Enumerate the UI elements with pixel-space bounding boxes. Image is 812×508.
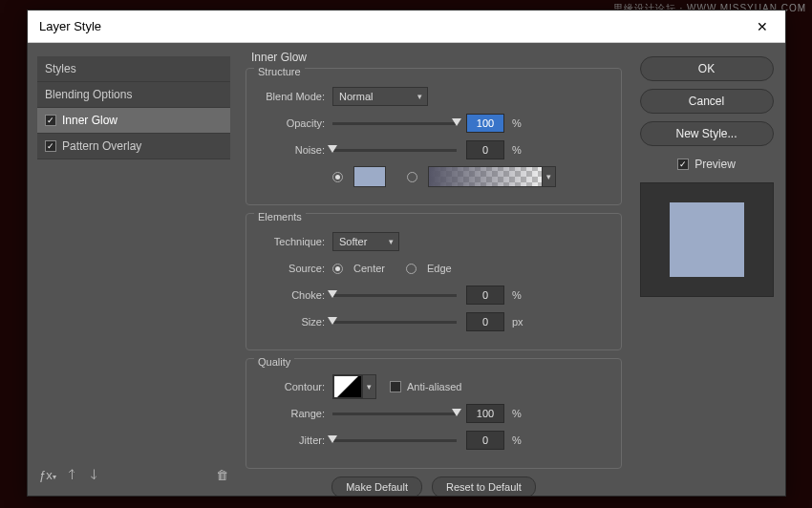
glow-gradient-swatch[interactable] — [428, 166, 543, 187]
sidebar-item-pattern-overlay[interactable]: Pattern Overlay — [37, 134, 230, 159]
sidebar-item-label: Blending Options — [45, 88, 132, 101]
elements-group: Elements Technique: Softer Source: Cente… — [246, 213, 622, 350]
make-default-button[interactable]: Make Default — [331, 476, 422, 496]
range-slider[interactable] — [332, 413, 457, 415]
select-value: Softer — [339, 236, 367, 247]
choke-input[interactable] — [466, 286, 504, 305]
structure-group: Structure Blend Mode: Normal Opacity: — [246, 68, 622, 205]
reset-default-button[interactable]: Reset to Default — [432, 476, 536, 496]
styles-list: Styles Blending Options Inner Glow Patte… — [37, 56, 230, 464]
technique-label: Technique: — [258, 236, 332, 247]
preview-checkbox[interactable] — [677, 159, 689, 170]
noise-slider[interactable] — [332, 149, 457, 152]
sidebar-item-label: Pattern Overlay — [62, 139, 141, 153]
slider-thumb-icon[interactable] — [452, 409, 461, 416]
select-value: Normal — [339, 91, 373, 102]
preview-box — [640, 182, 774, 297]
source-center-radio[interactable] — [332, 264, 343, 274]
trash-icon[interactable]: 🗑 — [216, 468, 228, 482]
jitter-input[interactable] — [466, 431, 504, 450]
size-label: Size: — [258, 316, 332, 328]
new-style-button[interactable]: New Style... — [640, 121, 774, 146]
defaults-row: Make Default Reset to Default — [246, 476, 622, 496]
source-edge-label: Edge — [427, 263, 452, 274]
unit-label: % — [512, 434, 529, 446]
close-icon[interactable]: ✕ — [751, 17, 774, 36]
dialog-body: Styles Blending Options Inner Glow Patte… — [28, 43, 785, 496]
layer-style-dialog: Layer Style ✕ Styles Blending Options In… — [27, 10, 786, 497]
slider-thumb-icon[interactable] — [328, 290, 337, 298]
gradient-radio[interactable] — [407, 172, 417, 182]
opacity-input[interactable] — [466, 114, 504, 133]
glow-color-swatch[interactable] — [353, 166, 386, 187]
chevron-down-icon[interactable]: ▾ — [543, 166, 556, 187]
group-legend: Elements — [254, 211, 306, 222]
preview-toggle-row: Preview — [677, 158, 736, 171]
sidebar-item-label: Inner Glow — [62, 114, 118, 127]
preview-label: Preview — [694, 158, 736, 171]
sidebar-item-blending-options[interactable]: Blending Options — [37, 82, 230, 108]
group-legend: Structure — [254, 66, 305, 77]
antialiased-checkbox[interactable] — [390, 381, 401, 392]
source-center-label: Center — [353, 263, 385, 274]
jitter-slider[interactable] — [332, 439, 457, 442]
opacity-label: Opacity: — [258, 117, 332, 129]
jitter-label: Jitter: — [258, 434, 332, 446]
styles-footer: ƒx▾ 🡑 🡓 🗑 — [37, 464, 230, 486]
unit-label: % — [512, 144, 529, 156]
noise-input[interactable] — [466, 140, 504, 159]
quality-group: Quality Contour: ▾ Anti-aliased Range: — [246, 358, 622, 469]
choke-label: Choke: — [258, 289, 332, 301]
blend-mode-label: Blend Mode: — [258, 91, 332, 102]
checkbox-icon[interactable] — [45, 115, 56, 126]
slider-thumb-icon[interactable] — [328, 145, 337, 153]
checkbox-icon[interactable] — [45, 140, 56, 152]
arrow-down-icon[interactable]: 🡓 — [88, 468, 100, 482]
unit-label: % — [512, 408, 529, 419]
contour-label: Contour: — [258, 381, 332, 392]
slider-thumb-icon[interactable] — [452, 118, 461, 126]
ok-button[interactable]: OK — [640, 56, 774, 81]
preview-inner — [670, 202, 744, 277]
sidebar-item-inner-glow[interactable]: Inner Glow — [37, 108, 230, 134]
cancel-button[interactable]: Cancel — [640, 89, 774, 114]
section-title: Inner Glow — [251, 51, 622, 64]
range-label: Range: — [258, 408, 332, 419]
contour-picker[interactable]: ▾ — [332, 374, 376, 399]
options-panel: Inner Glow Structure Blend Mode: Normal … — [240, 43, 628, 496]
color-radio[interactable] — [332, 172, 343, 182]
blend-mode-select[interactable]: Normal — [332, 87, 428, 106]
choke-slider[interactable] — [332, 294, 457, 297]
styles-panel: Styles Blending Options Inner Glow Patte… — [28, 43, 240, 496]
antialiased-label: Anti-aliased — [407, 381, 461, 392]
slider-thumb-icon[interactable] — [328, 435, 337, 443]
titlebar: Layer Style ✕ — [28, 11, 785, 43]
slider-thumb-icon[interactable] — [328, 317, 337, 325]
unit-label: % — [512, 117, 529, 129]
opacity-slider[interactable] — [332, 122, 457, 125]
group-legend: Quality — [254, 356, 294, 368]
technique-select[interactable]: Softer — [332, 232, 399, 251]
size-input[interactable] — [466, 312, 504, 331]
noise-label: Noise: — [258, 144, 332, 156]
contour-swatch-icon[interactable] — [333, 375, 362, 398]
range-input[interactable] — [466, 404, 504, 423]
unit-label: px — [512, 316, 529, 328]
dialog-title: Layer Style — [39, 19, 101, 33]
source-label: Source: — [258, 263, 332, 274]
right-panel: OK Cancel New Style... Preview — [628, 43, 785, 496]
source-edge-radio[interactable] — [406, 264, 417, 274]
styles-header[interactable]: Styles — [37, 56, 230, 82]
size-slider[interactable] — [332, 321, 457, 324]
unit-label: % — [512, 289, 529, 301]
chevron-down-icon[interactable]: ▾ — [362, 375, 375, 398]
arrow-up-icon[interactable]: 🡑 — [66, 468, 78, 482]
fx-icon[interactable]: ƒx▾ — [39, 468, 56, 482]
